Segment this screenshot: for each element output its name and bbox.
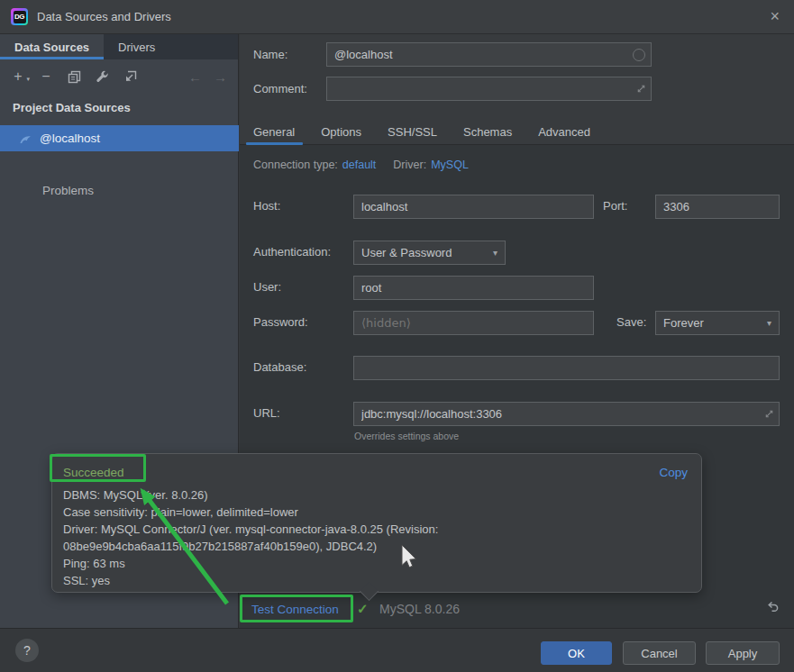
tree-item-localhost[interactable]: @localhost bbox=[0, 125, 239, 151]
port-label: Port: bbox=[603, 195, 627, 218]
tab-options[interactable]: Options bbox=[321, 119, 361, 145]
window-title: Data Sources and Drivers bbox=[37, 10, 171, 23]
forward-icon[interactable]: → bbox=[214, 69, 227, 85]
data-sources-dialog: DG Data Sources and Drivers × Data Sourc… bbox=[0, 0, 794, 672]
add-icon[interactable]: + ▾ bbox=[11, 69, 25, 84]
url-label: URL: bbox=[253, 402, 280, 425]
result-line: Case sensitivity: plain=lower, delimited… bbox=[63, 504, 689, 521]
result-line: 08be9e9b4cba6aa115f9b27b215887af40b159e0… bbox=[63, 538, 689, 555]
spinner-icon bbox=[633, 49, 645, 61]
password-field-wrap bbox=[353, 311, 594, 335]
tree-item-localhost-label: @localhost bbox=[40, 132, 100, 145]
apply-button[interactable]: Apply bbox=[706, 641, 780, 665]
datagrip-logo-text: DG bbox=[14, 11, 26, 23]
url-field-wrap bbox=[353, 402, 780, 426]
result-line: SSL: yes bbox=[63, 572, 689, 589]
driver-link[interactable]: MySQL bbox=[431, 159, 469, 171]
chevron-down-icon: ▾ bbox=[493, 248, 497, 258]
tab-drivers[interactable]: Drivers bbox=[104, 34, 169, 59]
name-field-wrap bbox=[326, 42, 652, 67]
ok-button[interactable]: OK bbox=[541, 641, 612, 665]
back-icon[interactable]: ← bbox=[188, 69, 202, 85]
connection-type-link[interactable]: default bbox=[342, 159, 377, 171]
tab-general[interactable]: General bbox=[253, 119, 295, 145]
datagrip-logo-icon: DG bbox=[11, 8, 28, 25]
password-input[interactable] bbox=[354, 316, 593, 330]
user-input[interactable] bbox=[354, 281, 593, 295]
settings-tabs: General Options SSH/SSL Schemas Advanced bbox=[253, 119, 590, 145]
name-label: Name: bbox=[253, 43, 287, 67]
title-bar: DG Data Sources and Drivers × bbox=[0, 0, 794, 34]
connection-type-row: Connection type: default Driver: MySQL bbox=[253, 159, 469, 171]
help-icon: ? bbox=[23, 643, 31, 658]
save-label: Save: bbox=[616, 311, 646, 334]
balloon-status-row: Succeeded Copy bbox=[63, 461, 689, 483]
authentication-select[interactable]: User & Password ▾ bbox=[353, 241, 506, 265]
comment-label: Comment: bbox=[253, 77, 307, 101]
annotation-box-succeeded bbox=[50, 454, 146, 482]
expand-icon[interactable] bbox=[636, 84, 646, 94]
authentication-label: Authentication: bbox=[253, 241, 331, 264]
chevron-down-icon: ▾ bbox=[767, 318, 771, 328]
duplicate-icon[interactable] bbox=[67, 69, 81, 84]
url-input[interactable] bbox=[354, 407, 764, 421]
host-field-wrap bbox=[353, 195, 594, 219]
wrench-icon[interactable] bbox=[95, 69, 109, 84]
revert-icon[interactable] bbox=[765, 600, 780, 617]
connection-type-label: Connection type: bbox=[253, 159, 338, 171]
driver-label: Driver: bbox=[393, 159, 426, 171]
comment-field-wrap bbox=[326, 77, 652, 101]
database-label: Database: bbox=[253, 356, 306, 379]
test-result-balloon: Succeeded Copy DBMS: MySQL (ver. 8.0.26)… bbox=[51, 453, 702, 593]
remove-icon[interactable]: − bbox=[39, 69, 53, 84]
import-icon[interactable] bbox=[123, 69, 137, 84]
tab-data-sources-label: Data Sources bbox=[14, 41, 89, 54]
result-line: Ping: 63 ms bbox=[63, 555, 689, 572]
add-caret-icon: ▾ bbox=[26, 72, 30, 86]
tab-data-sources[interactable]: Data Sources bbox=[0, 34, 104, 59]
tab-drivers-label: Drivers bbox=[118, 41, 155, 54]
sidebar-toolbar: + ▾ − ← → bbox=[0, 59, 238, 94]
copy-link[interactable]: Copy bbox=[659, 466, 688, 479]
tab-ssh-ssl[interactable]: SSH/SSL bbox=[388, 119, 437, 145]
history-nav: ← → bbox=[188, 69, 227, 85]
database-field-wrap bbox=[353, 356, 780, 380]
port-input[interactable] bbox=[656, 200, 779, 213]
save-value: Forever bbox=[663, 316, 704, 330]
user-label: User: bbox=[253, 276, 281, 299]
project-data-sources-group: Project Data Sources bbox=[13, 101, 131, 114]
database-input[interactable] bbox=[354, 361, 779, 375]
port-field-wrap bbox=[655, 195, 780, 219]
mysql-dolphin-icon bbox=[19, 132, 33, 145]
url-hint: Overrides settings above bbox=[354, 431, 459, 441]
host-input[interactable] bbox=[354, 200, 593, 213]
tab-schemas[interactable]: Schemas bbox=[463, 119, 512, 145]
dbms-version-text: MySQL 8.0.26 bbox=[379, 602, 460, 616]
tab-advanced[interactable]: Advanced bbox=[538, 119, 590, 145]
name-input[interactable] bbox=[327, 48, 633, 61]
authentication-value: User & Password bbox=[361, 246, 452, 259]
help-button[interactable]: ? bbox=[15, 639, 39, 662]
save-select[interactable]: Forever ▾ bbox=[655, 311, 780, 335]
result-line: Driver: MySQL Connector/J (ver. mysql-co… bbox=[63, 521, 689, 538]
annotation-box-test-connection bbox=[240, 595, 353, 622]
user-field-wrap bbox=[353, 276, 594, 300]
comment-input[interactable] bbox=[327, 82, 636, 95]
close-icon[interactable]: × bbox=[770, 7, 780, 25]
expand-icon[interactable] bbox=[764, 409, 774, 419]
host-label: Host: bbox=[253, 195, 280, 218]
sidebar-tabstrip: Data Sources Drivers bbox=[0, 34, 238, 59]
cancel-button[interactable]: Cancel bbox=[623, 641, 696, 665]
result-line: DBMS: MySQL (ver. 8.0.26) bbox=[63, 486, 689, 504]
password-label: Password: bbox=[253, 311, 308, 334]
checkmark-icon: ✓ bbox=[357, 601, 369, 617]
problems-item[interactable]: Problems bbox=[42, 184, 94, 197]
